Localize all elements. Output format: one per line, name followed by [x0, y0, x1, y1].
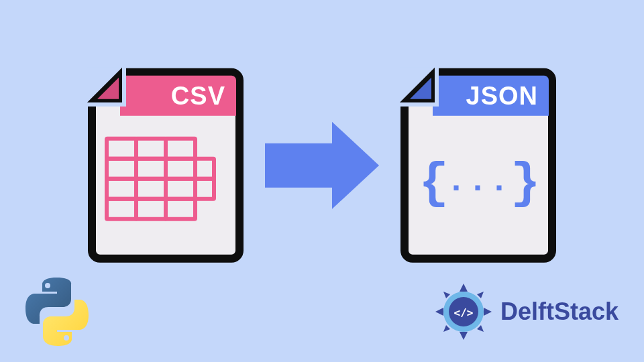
csv-file-icon: CSV — [88, 68, 244, 263]
csv-table-grid — [107, 139, 214, 219]
json-header: JSON — [433, 76, 549, 116]
svg-marker-6 — [477, 292, 484, 298]
conversion-diagram: CSV — [88, 68, 556, 263]
brace-close: } — [511, 156, 537, 212]
svg-text:</>: </> — [453, 306, 473, 319]
arrow-right-icon — [265, 122, 379, 209]
svg-marker-3 — [484, 308, 492, 316]
brace-open: { — [419, 156, 446, 212]
svg-marker-1 — [460, 332, 468, 340]
csv-label: CSV — [171, 81, 225, 110]
delftstack-logo: </> DelftStack — [433, 282, 619, 342]
page-fold-shade — [97, 78, 119, 99]
svg-marker-4 — [443, 292, 450, 298]
svg-marker-0 — [460, 284, 468, 292]
delft-badge-icon: </> — [433, 282, 494, 342]
brand-name: DelftStack — [500, 298, 619, 326]
python-logo-icon — [20, 275, 94, 349]
json-braces: {...} — [400, 156, 556, 212]
json-file-icon: JSON {...} — [400, 68, 556, 263]
page-fold-shade — [410, 78, 431, 99]
svg-marker-2 — [435, 308, 443, 316]
svg-marker-5 — [477, 325, 484, 332]
csv-header: CSV — [120, 76, 236, 116]
json-label: JSON — [466, 81, 538, 110]
dots: ... — [446, 162, 511, 200]
svg-marker-7 — [443, 325, 450, 332]
